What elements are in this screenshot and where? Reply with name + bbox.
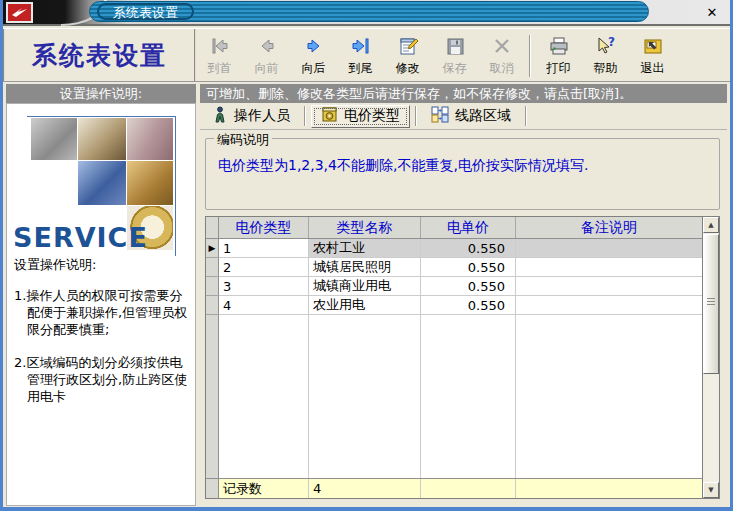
sidebar-body: SERVICE 设置操作说明: 1.操作人员的权限可按需要分配便于兼职操作,但管… [6, 103, 196, 506]
tab-operators-label: 操作人员 [234, 107, 290, 125]
collage-photo-gold-hand [127, 161, 173, 205]
arrow-prev-icon [256, 36, 278, 59]
cell-type[interactable]: 1 [219, 239, 309, 258]
next-button-label: 向后 [302, 60, 326, 77]
cancel-icon [491, 36, 513, 59]
main-panel: 可增加、删除、修改各类型后请进行保存，如不保存修改，请点击[取消]。 操作人员 … [200, 84, 727, 506]
cell-price[interactable]: 0.550 [421, 296, 516, 315]
price-type-grid: 电价类型 类型名称 电单价 备注说明 ▶ 1 农村工业 0.550 [205, 216, 720, 499]
next-button[interactable]: 向后 [290, 29, 337, 81]
cell-price[interactable]: 0.550 [421, 258, 516, 277]
prev-button[interactable]: 向前 [243, 29, 290, 81]
tab-separator [525, 106, 527, 126]
row-selector[interactable] [206, 258, 219, 277]
cell-type[interactable]: 2 [219, 258, 309, 277]
cancel-button-label: 取消 [490, 60, 514, 77]
arrow-last-icon [350, 36, 372, 59]
scrollbar-grip-icon [707, 298, 715, 306]
row-selector[interactable] [206, 277, 219, 296]
collage-photo-pens [127, 118, 173, 160]
grid-footer-row: 记录数 4 [206, 478, 702, 498]
app-window: 系统表设置 ✕ 系统表设置 到首 向前 向后 [0, 0, 733, 511]
cell-note[interactable] [516, 296, 702, 315]
tab-separator [415, 106, 417, 126]
svg-text:?: ? [608, 36, 615, 49]
grid-empty-area [206, 315, 702, 478]
content-area: 设置操作说明: SERVICE 设置操作说明: 1.操作人员的权限可按需要分配便… [6, 84, 727, 506]
exit-button[interactable]: 退出 [629, 29, 676, 81]
cell-note[interactable] [516, 239, 702, 258]
last-button-label: 到尾 [349, 60, 373, 77]
last-button[interactable]: 到尾 [337, 29, 384, 81]
groupbox-note-text: 电价类型为1,2,3,4不能删除,不能重复,电价按实际情况填写. [218, 157, 588, 175]
help-icon: ? [595, 36, 617, 59]
cell-note[interactable] [516, 277, 702, 296]
app-logo-icon [6, 2, 33, 23]
toolbar-separator [529, 35, 531, 77]
arrow-next-icon [303, 36, 325, 59]
scrollbar-thumb[interactable] [703, 234, 719, 374]
modify-button-label: 修改 [396, 60, 420, 77]
vertical-scrollbar[interactable]: ▲ ▼ [702, 217, 719, 498]
row-marker-icon: ▶ [206, 239, 219, 258]
cell-price[interactable]: 0.550 [421, 277, 516, 296]
cell-type[interactable]: 4 [219, 296, 309, 315]
table-row[interactable]: 4 农业用电 0.550 [206, 296, 702, 315]
col-header-note[interactable]: 备注说明 [516, 217, 702, 238]
cell-name[interactable]: 城镇居民照明 [309, 258, 421, 277]
close-button[interactable]: ✕ [702, 4, 722, 21]
collage-hline-decoration [27, 116, 176, 117]
cancel-button[interactable]: 取消 [478, 29, 525, 81]
footer-empty-cell [516, 479, 702, 498]
table-row[interactable]: ▶ 1 农村工业 0.550 [206, 239, 702, 258]
title-banner: 系统表设置 [89, 1, 649, 22]
modify-button[interactable]: 修改 [384, 29, 431, 81]
collage-photo-keyboard [78, 161, 126, 205]
tab-operators[interactable]: 操作人员 [203, 105, 299, 128]
toolbar: 系统表设置 到首 向前 向后 到尾 [3, 28, 730, 82]
tab-line-area-label: 线路区域 [455, 107, 511, 125]
arrow-first-icon [209, 36, 231, 59]
tab-separator [304, 106, 306, 126]
col-header-price-type[interactable]: 电价类型 [219, 217, 309, 238]
print-button-label: 打印 [547, 60, 571, 77]
grid-selector-filler [206, 315, 219, 478]
help-button[interactable]: ? 帮助 [582, 29, 629, 81]
scroll-up-button[interactable]: ▲ [703, 217, 719, 233]
col-header-type-name[interactable]: 类型名称 [309, 217, 421, 238]
sidebar-notes: 设置操作说明: 1.操作人员的权限可按需要分配便于兼职操作,但管理员权限分配要慎… [14, 256, 191, 421]
cell-type[interactable]: 3 [219, 277, 309, 296]
save-icon [444, 36, 466, 59]
tab-price-type-label: 电价类型 [344, 107, 400, 125]
cell-name[interactable]: 农村工业 [309, 239, 421, 258]
price-book-icon [321, 106, 338, 126]
cell-name[interactable]: 农业用电 [309, 296, 421, 315]
cell-name[interactable]: 城镇商业用电 [309, 277, 421, 296]
cell-note[interactable] [516, 258, 702, 277]
table-row[interactable]: 3 城镇商业用电 0.550 [206, 277, 702, 296]
print-button[interactable]: 打印 [535, 29, 582, 81]
grid-selector-header [206, 217, 219, 238]
cell-price[interactable]: 0.550 [421, 239, 516, 258]
sidebar-header: 设置操作说明: [6, 84, 196, 103]
service-logo-text: SERVICE [13, 222, 148, 253]
save-button-label: 保存 [443, 60, 467, 77]
col-header-unit-price[interactable]: 电单价 [421, 217, 516, 238]
collage-photo-fountain-pen [78, 118, 126, 160]
instruction-bar: 可增加、删除、修改各类型后请进行保存，如不保存修改，请点击[取消]。 [200, 84, 727, 103]
exit-button-label: 退出 [641, 60, 665, 77]
page-title: 系统表设置 [3, 29, 196, 81]
prev-button-label: 向前 [255, 60, 279, 77]
tab-line-area[interactable]: 线路区域 [422, 105, 520, 128]
save-button[interactable]: 保存 [431, 29, 478, 81]
first-button[interactable]: 到首 [196, 29, 243, 81]
record-count-value: 4 [309, 479, 421, 498]
window-title: 系统表设置 [97, 3, 194, 20]
title-bar: 系统表设置 ✕ [3, 0, 730, 26]
tab-bar: 操作人员 电价类型 线路区域 [200, 103, 727, 130]
sidebar: 设置操作说明: SERVICE 设置操作说明: 1.操作人员的权限可按需要分配便… [6, 84, 196, 506]
row-selector[interactable] [206, 296, 219, 315]
table-row[interactable]: 2 城镇居民照明 0.550 [206, 258, 702, 277]
tab-price-type[interactable]: 电价类型 [311, 105, 410, 128]
scroll-down-button[interactable]: ▼ [703, 482, 719, 498]
